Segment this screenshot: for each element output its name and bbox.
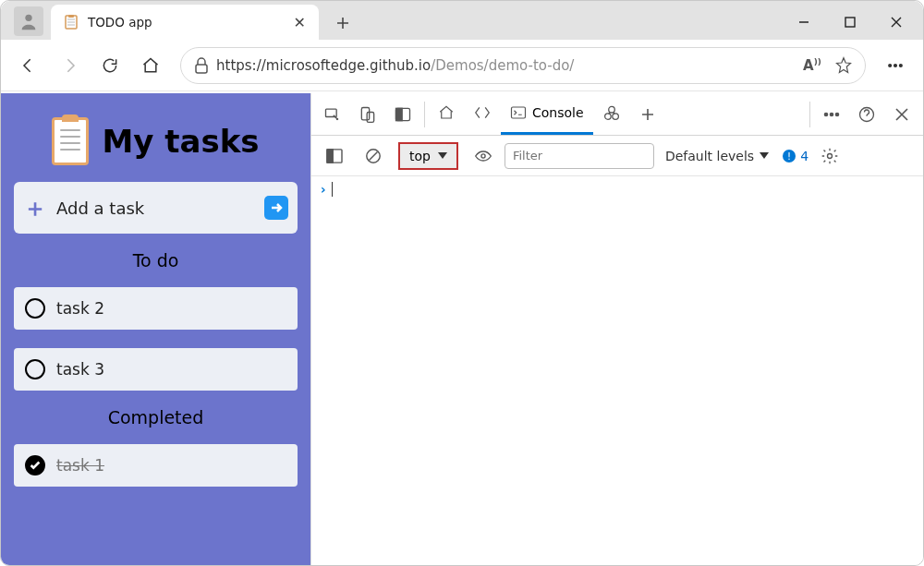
svg-line-30 [370,151,378,160]
task-label: task 3 [56,360,104,379]
tab-title: TODO app [88,15,285,30]
devtools-panel: Console top Default levels ! [311,93,923,565]
maximize-button[interactable] [827,5,873,40]
back-button[interactable] [10,47,47,84]
svg-rect-16 [396,108,403,120]
favorites-button[interactable] [828,50,859,81]
forward-button [51,47,88,84]
todo-section-label: To do [14,247,298,274]
checkbox-unchecked-icon[interactable] [25,298,45,319]
svg-point-34 [828,153,833,158]
console-tab[interactable]: Console [501,94,593,135]
inspect-element-button[interactable] [315,97,350,132]
profile-button[interactable] [14,6,43,36]
url-host: https://microsoftedge.github.io [216,57,431,74]
device-emulation-button[interactable] [350,97,385,132]
browser-titlebar: TODO app ✕ [1,1,923,40]
console-tab-label: Console [532,105,584,120]
sources-tab[interactable] [593,94,630,135]
dock-side-button[interactable] [385,97,420,132]
svg-text:!: ! [787,151,791,162]
prompt-caret-icon: › [321,182,326,197]
add-task-button[interactable]: ＋ Add a task [14,182,298,234]
more-menu-button[interactable] [877,47,914,84]
lock-icon[interactable] [187,57,216,74]
svg-rect-2 [68,15,74,18]
minimize-button[interactable] [781,5,827,40]
svg-rect-8 [196,65,207,73]
console-output[interactable]: › [311,176,923,565]
svg-point-10 [894,64,897,66]
elements-tab[interactable] [464,94,501,135]
read-aloud-button[interactable]: A)) [796,50,828,81]
svg-point-9 [889,64,892,66]
console-toolbar: top Default levels ! 4 [311,136,923,176]
task-label: task 2 [56,299,104,318]
svg-point-24 [831,113,833,115]
task-item[interactable]: task 3 [14,348,298,391]
svg-point-23 [825,113,828,115]
chevron-down-icon [760,152,769,159]
checkbox-checked-icon[interactable] [25,455,45,476]
clear-console-button[interactable] [356,138,391,174]
help-button[interactable] [849,97,884,132]
submit-arrow-icon[interactable] [264,196,288,220]
welcome-tab[interactable] [429,94,464,135]
tab-close-icon[interactable]: ✕ [294,14,306,31]
app-title: My tasks [102,123,259,160]
content-area: My tasks ＋ Add a task To do task 2 task … [1,93,923,565]
context-selector[interactable]: top [398,142,458,170]
todo-app: My tasks ＋ Add a task To do task 2 task … [1,93,311,565]
completed-section-label: Completed [14,403,298,431]
app-header: My tasks [14,106,298,169]
svg-rect-28 [327,149,333,162]
svg-point-25 [836,113,839,115]
issues-button[interactable]: ! 4 [782,149,808,163]
svg-point-11 [900,64,903,66]
plus-icon: ＋ [23,192,47,224]
chevron-down-icon [438,152,447,159]
task-label: task 1 [56,456,104,475]
more-tabs-button[interactable] [630,97,665,132]
devtools-more-button[interactable] [814,97,849,132]
close-devtools-button[interactable] [884,97,919,132]
task-item-completed[interactable]: task 1 [14,444,298,487]
svg-point-0 [25,15,31,21]
svg-rect-12 [326,109,337,116]
svg-point-31 [481,153,485,157]
levels-label: Default levels [665,149,754,163]
clipboard-icon [64,15,79,30]
console-prompt[interactable]: › [321,182,914,197]
url-text: https://microsoftedge.github.io/Demos/de… [216,57,796,74]
browser-toolbar: https://microsoftedge.github.io/Demos/de… [1,40,923,91]
live-expression-button[interactable] [466,138,501,174]
svg-rect-7 [845,18,855,27]
home-button[interactable] [132,47,169,84]
window-controls [781,5,923,40]
close-window-button[interactable] [873,5,919,40]
url-path: /Demos/demo-to-do/ [431,57,574,74]
refresh-button[interactable] [91,47,128,84]
filter-input[interactable] [505,143,654,169]
svg-point-20 [612,114,618,120]
completed-list: task 1 [14,444,298,487]
checkbox-unchecked-icon[interactable] [25,359,45,379]
context-label: top [409,149,431,163]
log-levels-selector[interactable]: Default levels [665,149,769,163]
toggle-sidebar-button[interactable] [317,138,352,174]
add-task-label: Add a task [56,199,255,218]
text-cursor [332,182,333,197]
console-settings-button[interactable] [812,138,847,174]
browser-tab[interactable]: TODO app ✕ [51,5,319,40]
address-bar[interactable]: https://microsoftedge.github.io/Demos/de… [180,47,866,84]
new-tab-button[interactable] [326,6,359,40]
todo-list: task 2 task 3 [14,287,298,391]
task-item[interactable]: task 2 [14,287,298,330]
svg-rect-17 [512,107,526,118]
app-logo-icon [52,117,89,165]
svg-rect-13 [361,107,369,119]
issues-count: 4 [800,149,808,163]
svg-rect-14 [367,112,374,122]
svg-point-19 [604,114,611,120]
devtools-tab-strip: Console [311,93,923,136]
